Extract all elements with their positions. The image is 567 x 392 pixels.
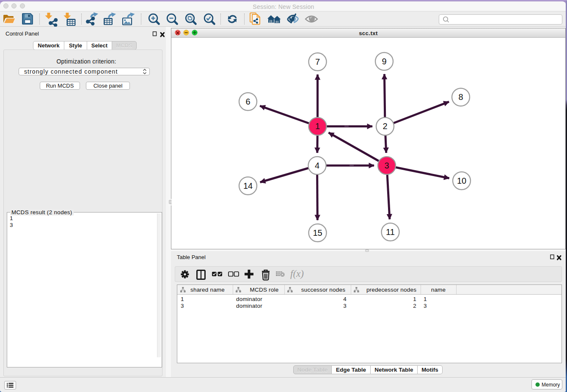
svg-text:1: 1 <box>315 121 320 131</box>
svg-text:8: 8 <box>458 92 463 102</box>
svg-text:15: 15 <box>313 228 322 237</box>
svg-text:11: 11 <box>386 227 395 237</box>
svg-text:7: 7 <box>315 57 320 66</box>
svg-text:9: 9 <box>382 57 386 66</box>
svg-text:10: 10 <box>457 176 466 185</box>
svg-text:14: 14 <box>243 181 253 190</box>
svg-text:2: 2 <box>383 121 387 131</box>
svg-text:4: 4 <box>315 161 319 170</box>
svg-text:6: 6 <box>245 97 250 106</box>
svg-text:3: 3 <box>384 161 389 170</box>
